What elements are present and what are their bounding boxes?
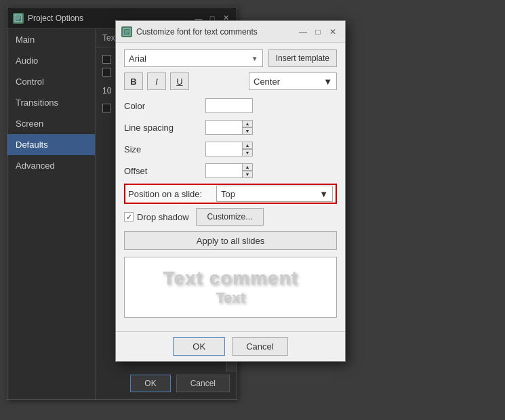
size-field[interactable]: 4 bbox=[205, 142, 243, 156]
size-down[interactable]: ▼ bbox=[242, 149, 253, 156]
offset-spinner: 3 ▲ ▼ bbox=[205, 163, 253, 178]
alignment-dropdown[interactable]: Center ▼ bbox=[249, 72, 337, 90]
italic-button[interactable]: I bbox=[147, 72, 166, 90]
font-name: Arial bbox=[129, 54, 146, 64]
color-row: Color bbox=[124, 97, 337, 114]
offset-field[interactable]: 3 bbox=[205, 163, 243, 178]
font-dropdown[interactable]: Arial ▼ bbox=[124, 49, 263, 67]
offset-down[interactable]: ▼ bbox=[242, 171, 253, 178]
line-spacing-down[interactable]: ▼ bbox=[242, 127, 253, 135]
line-spacing-input: 0 ▲ ▼ bbox=[205, 120, 337, 135]
preview-text-sub: Text bbox=[216, 289, 245, 307]
insert-template-button[interactable]: Insert template bbox=[268, 49, 337, 67]
offset-input: 3 ▲ ▼ bbox=[205, 163, 337, 178]
modal-icon bbox=[121, 26, 132, 37]
modal-ok-button[interactable]: OK bbox=[173, 337, 225, 356]
modal-titlebar: Customize font for text comments — □ ✕ bbox=[116, 21, 345, 43]
line-spacing-label: Line spacing bbox=[124, 123, 205, 133]
line-spacing-up[interactable]: ▲ bbox=[242, 120, 253, 127]
drop-shadow-checkbox[interactable]: ✓ bbox=[124, 212, 134, 222]
position-arrow: ▼ bbox=[319, 189, 328, 199]
modal-close[interactable]: ✕ bbox=[326, 25, 340, 39]
shadow-row: ✓ Drop shadow Customize... bbox=[124, 208, 337, 226]
drop-shadow-text: Drop shadow bbox=[137, 212, 189, 222]
modal-overlay: Customize font for text comments — □ ✕ A… bbox=[0, 0, 505, 420]
alignment-value: Center bbox=[254, 77, 280, 87]
customize-button[interactable]: Customize... bbox=[196, 208, 264, 226]
size-spinner: 4 ▲ ▼ bbox=[205, 142, 253, 156]
font-dropdown-arrow: ▼ bbox=[251, 55, 258, 62]
color-label: Color bbox=[124, 101, 205, 111]
size-input: 4 ▲ ▼ bbox=[205, 142, 337, 156]
modal-footer: OK Cancel bbox=[116, 331, 345, 361]
underline-button[interactable]: U bbox=[170, 72, 189, 90]
line-spacing-spinner: 0 ▲ ▼ bbox=[205, 120, 253, 135]
style-row: B I U Center ▼ bbox=[124, 72, 337, 90]
position-dropdown[interactable]: Top ▼ bbox=[216, 186, 333, 202]
position-label: Position on a slide: bbox=[128, 189, 216, 199]
font-select-row: Arial ▼ Insert template bbox=[124, 49, 337, 67]
bold-button[interactable]: B bbox=[124, 72, 143, 90]
apply-all-button[interactable]: Apply to all slides bbox=[124, 231, 337, 250]
modal-minimize[interactable]: — bbox=[296, 25, 310, 39]
color-picker[interactable] bbox=[205, 98, 253, 113]
preview-text-main: Text comment bbox=[163, 268, 298, 289]
position-row: Position on a slide: Top ▼ bbox=[124, 184, 337, 204]
position-value: Top bbox=[221, 189, 235, 199]
modal-dialog: Customize font for text comments — □ ✕ A… bbox=[115, 20, 346, 362]
modal-maximize[interactable]: □ bbox=[311, 25, 325, 39]
color-input bbox=[205, 98, 337, 113]
size-arrows: ▲ ▼ bbox=[242, 142, 253, 156]
size-row: Size 4 ▲ ▼ bbox=[124, 140, 337, 158]
modal-cancel-button[interactable]: Cancel bbox=[232, 337, 287, 356]
line-spacing-arrows: ▲ ▼ bbox=[242, 120, 253, 135]
offset-row: Offset 3 ▲ ▼ bbox=[124, 162, 337, 180]
offset-arrows: ▲ ▼ bbox=[242, 163, 253, 178]
size-up[interactable]: ▲ bbox=[242, 142, 253, 149]
alignment-arrow: ▼ bbox=[323, 77, 332, 87]
size-label: Size bbox=[124, 144, 205, 154]
line-spacing-field[interactable]: 0 bbox=[205, 120, 243, 135]
line-spacing-row: Line spacing 0 ▲ ▼ bbox=[124, 119, 337, 136]
offset-up[interactable]: ▲ bbox=[242, 163, 253, 171]
preview-area: Text comment Text bbox=[124, 257, 337, 318]
offset-label: Offset bbox=[124, 166, 205, 176]
modal-content: Arial ▼ Insert template B I U Center ▼ C… bbox=[116, 43, 345, 331]
drop-shadow-label[interactable]: ✓ Drop shadow bbox=[124, 212, 189, 222]
modal-controls: — □ ✕ bbox=[296, 25, 340, 39]
modal-title: Customize font for text comments bbox=[136, 27, 292, 37]
